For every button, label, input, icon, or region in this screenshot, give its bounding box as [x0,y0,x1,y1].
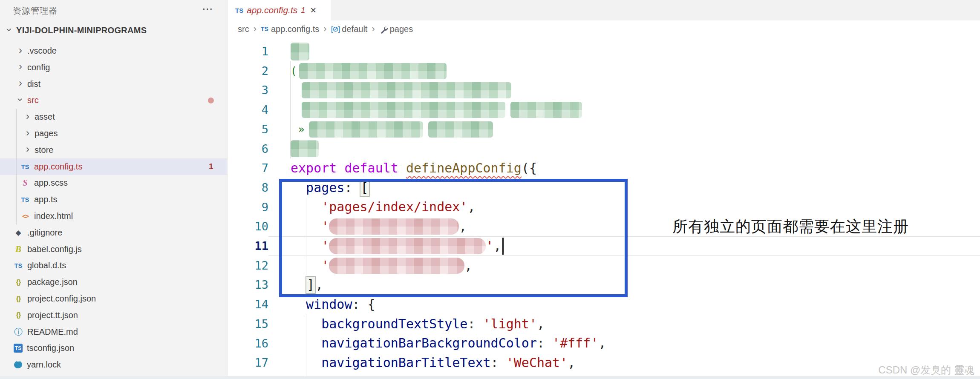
explorer-title: 资源管理器 [13,5,58,17]
code-line-3[interactable]: 3 [228,80,980,100]
chevron-right-icon: › [17,63,24,70]
tree-item-label: global.d.ts [27,261,66,270]
scss-file-icon: S [20,178,31,189]
whitespace [291,207,321,207]
token-str: ' [486,238,493,255]
error-count-badge: 1 [209,162,213,171]
line-number[interactable]: 8 [228,178,268,198]
chevron-right-icon: › [17,80,24,86]
breadcrumb-default[interactable]: default [342,24,367,34]
code-line-16[interactable]: 16navigationBarBackgroundColor:'#fff', [228,334,980,353]
line-number[interactable]: 3 [228,80,268,100]
code-line-17[interactable]: 17navigationBarTitleText:'WeChat', [228,353,980,373]
tree-item--gitignore[interactable]: ◆.gitignore [0,224,227,241]
token-str: '#fff' [552,335,598,352]
tree-item-yarn-lock[interactable]: yarn.lock [0,356,227,373]
token-brhl: ] [306,276,315,293]
code-editor[interactable]: 12(345»67export default defineAppConfig(… [228,42,980,376]
code-line-2[interactable]: 2( [228,61,980,81]
code-line-11[interactable]: 11'', [228,236,980,256]
code-line-8[interactable]: 8pages:[ [228,178,980,198]
token-prop: pages [306,179,344,196]
token-str: ' [321,238,329,255]
tree-item-store[interactable]: ›store [0,142,227,158]
tree-item-label: .gitignore [27,228,62,238]
bottom-edge-band [0,376,980,379]
more-actions-icon[interactable]: ⋯ [202,3,213,16]
code-line-4[interactable]: 4 [228,100,980,120]
code-line-1[interactable]: 1 [228,42,980,61]
tree-item-readme-md[interactable]: ⓘREADME.md [0,324,227,340]
token-pun: : [344,179,352,196]
line-number[interactable]: 11 [228,236,268,256]
code-line-12[interactable]: 12', [228,256,980,276]
breadcrumb-file[interactable]: app.config.ts [271,24,319,34]
breadcrumb-pages[interactable]: pages [390,24,413,34]
token-pun: : [537,335,545,352]
tree-item-label: asset [35,112,55,122]
code-line-5[interactable]: 5» [228,120,980,139]
line-number[interactable]: 16 [228,334,268,353]
tree-item-app-ts[interactable]: TSapp.ts [0,191,227,208]
line-number[interactable]: 2 [228,61,268,81]
tree-item-asset[interactable]: ›asset [0,109,227,125]
tree-item-dist[interactable]: ›dist [0,76,227,92]
token-pun: , [598,335,606,352]
line-number[interactable]: 12 [228,256,268,276]
tree-item-app-scss[interactable]: Sapp.scss [0,175,227,191]
code-line-6[interactable]: 6 [228,139,980,159]
code-line-9[interactable]: 9'pages/index/index', [228,198,980,217]
token-pun: , [459,218,467,235]
code-line-15[interactable]: 15backgroundTextStyle:'light', [228,314,980,334]
typescript-file-icon: TS [235,7,243,14]
token-pun: , [493,238,501,255]
whitespace [291,227,321,227]
tree-item-index-html[interactable]: <>index.html [0,208,227,224]
json-file-icon: {} [13,293,24,304]
babel-file-icon: B [13,244,24,255]
line-number[interactable]: 9 [228,198,268,217]
line-number[interactable]: 5 [228,120,268,139]
token-str: 'pages/index/index' [321,198,467,215]
line-number[interactable]: 15 [228,314,268,334]
tree-item-src[interactable]: ›src [0,92,227,109]
code-line-14[interactable]: 14window: { [228,295,980,314]
code-line-content: » [291,120,493,139]
line-number[interactable]: 10 [228,217,268,236]
close-icon[interactable]: × [310,6,316,14]
whitespace [291,343,321,344]
tree-item-project-config-json[interactable]: {}project.config.json [0,290,227,307]
tree-item-pages[interactable]: ›pages [0,125,227,142]
code-line-13[interactable]: 13], [228,275,980,295]
tree-item-tsconfig-json[interactable]: TStsconfig.json [0,340,227,356]
line-number[interactable]: 4 [228,100,268,120]
line-number[interactable]: 1 [228,42,268,61]
line-number[interactable]: 6 [228,139,268,159]
tree-item-package-json[interactable]: {}package.json [0,274,227,290]
line-number[interactable]: 13 [228,275,268,295]
line-number[interactable]: 7 [228,158,268,178]
tree-item-app-config-ts[interactable]: TSapp.config.ts1 [0,158,227,175]
token-pun: ({ [522,160,537,177]
tree-item-label: store [35,145,53,155]
whitespace [545,343,552,344]
tree-item-label: .vscode [27,46,57,56]
line-number[interactable]: 14 [228,295,268,314]
token-pun: , [464,257,472,274]
tree-item-label: README.md [27,327,78,337]
tree-item-config[interactable]: ›config [0,59,227,76]
tree-item--vscode[interactable]: ›.vscode [0,43,227,59]
code-line-content: ], [291,275,323,295]
tree-root-project[interactable]: › YIJI-DOLPHIN-MINIPROGRAMS [0,22,227,39]
tree-item-global-d-ts[interactable]: TSglobal.d.ts [0,257,227,274]
tree-item-project-tt-json[interactable]: {}project.tt.json [0,307,227,324]
redacted-text-mosaic [329,218,459,235]
tab-app-config-ts[interactable]: TS app.config.ts 1 × [228,0,331,20]
json-file-icon: {} [13,310,24,321]
chevron-right-icon: › [24,113,31,120]
line-number[interactable]: 17 [228,353,268,373]
tree-item-babel-config-js[interactable]: Bbabel.config.js [0,241,227,258]
code-line-7[interactable]: 7export default defineAppConfig({ [228,158,980,178]
whitespace [291,285,306,285]
breadcrumb-src[interactable]: src [238,24,249,34]
